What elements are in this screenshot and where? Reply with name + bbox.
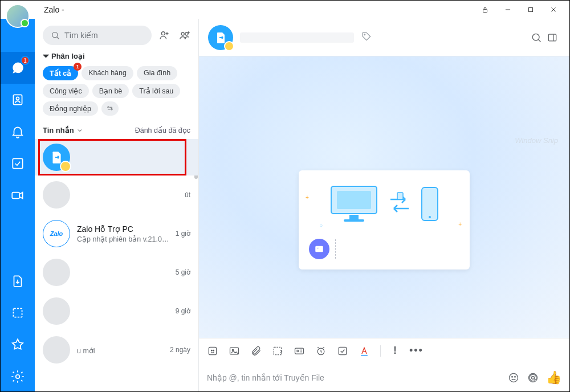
svg-point-59 [532,377,535,379]
conversation-time: 2 ngày [170,346,190,354]
nav-contacts[interactable] [1,84,35,116]
category-toggle[interactable]: Phân loại [43,52,190,60]
conversation-list: út Zalo Zalo Hỗ Trợ PC Cập nhật phiên bả… [35,139,198,392]
svg-rect-0 [483,9,487,12]
reminder-button[interactable] [315,345,327,357]
conversation-item-file-transfer[interactable] [35,139,198,175]
svg-point-43 [211,350,213,351]
nav-notifications[interactable] [1,116,35,148]
task-button[interactable] [337,345,348,357]
search-placeholder: Tìm kiếm [64,31,98,40]
conversation-item[interactable]: 9 giờ [35,292,198,330]
svg-point-55 [510,374,518,382]
svg-rect-53 [339,347,346,354]
image-button[interactable] [229,345,240,357]
svg-point-44 [213,350,214,351]
mark-all-read[interactable]: Đánh dấu đã đọc [135,126,190,134]
compose-row: 👍 [199,363,569,392]
chat-sidebar-button[interactable] [544,30,560,46]
emoji-button[interactable] [504,368,523,387]
search-icon [51,31,60,40]
sticker-button[interactable] [207,345,218,357]
format-button[interactable] [359,345,370,357]
add-friend-button[interactable] [156,27,172,43]
svg-rect-48 [295,348,304,354]
maximize-button[interactable] [519,1,542,19]
chat-search-button[interactable] [528,30,544,46]
conversation-item-zalo-support[interactable]: Zalo Zalo Hỗ Trợ PC Cập nhật phiên bản v… [35,214,198,253]
chip-work[interactable]: Công việc [43,84,89,98]
chip-friends[interactable]: Bạn bè [92,84,129,98]
messages-filter[interactable]: Tin nhắn [43,126,83,134]
window-title: Zalo - [44,5,64,14]
nav-messages[interactable]: 1 [1,52,35,84]
conversation-time: 5 giờ [176,268,190,276]
nav-settings[interactable] [1,361,35,392]
conversation-subtitle: Cập nhật phiên bản v.21.03.03... [77,235,172,243]
svg-point-25 [111,109,112,110]
nav-cloud-file[interactable] [1,265,35,297]
svg-rect-31 [548,34,556,41]
contact-card-button[interactable] [294,345,305,357]
message-input[interactable] [207,363,504,392]
tag-button[interactable] [361,31,372,44]
create-group-button[interactable] [177,27,193,43]
chip-settings[interactable] [101,101,119,116]
svg-point-14 [52,32,58,38]
nav-video[interactable] [1,179,35,211]
nav-todo[interactable] [1,148,35,179]
svg-line-30 [538,39,540,42]
chip-family[interactable]: Gia đình [137,66,177,80]
chat-body: Window Snip + ○ + [199,56,569,338]
svg-point-56 [512,377,513,378]
screenshot-compose-button[interactable] [272,345,283,357]
svg-rect-35 [349,215,359,219]
chevron-down-icon [43,53,49,59]
svg-point-19 [181,32,184,35]
conversation-item[interactable]: 5 giờ [35,253,198,292]
more-toolbar-button[interactable]: ••• [409,345,424,357]
nav-rail: 1 [1,19,35,392]
nav-star[interactable] [1,329,35,361]
image-icon [309,239,329,259]
titlebar: Zalo - [1,1,569,19]
conversation-panel: Tìm kiếm Phân loại Tất cả 1 Khách hàng G… [35,19,199,392]
avatar-placeholder [43,336,70,364]
attach-button[interactable] [250,345,262,357]
nav-screenshot[interactable] [1,297,35,329]
priority-button[interactable]: ! [391,345,399,357]
svg-rect-36 [344,219,364,222]
conversation-subtitle: u mới [77,346,166,355]
mention-button[interactable] [523,368,543,387]
chip-customer[interactable]: Khách hàng [82,66,133,80]
chip-reply-later[interactable]: Trả lời sau [132,84,180,98]
conversation-title: Zalo Hỗ Trợ PC [77,224,172,234]
avatar-placeholder [43,297,70,325]
svg-point-28 [364,34,365,35]
conversation-time: 9 giờ [176,307,190,315]
svg-rect-12 [13,308,22,317]
svg-point-6 [17,67,18,68]
category-label: Phân loại [51,52,85,60]
zalo-avatar: Zalo [43,220,70,247]
svg-point-57 [515,377,516,378]
svg-point-9 [17,97,19,100]
lock-icon[interactable] [474,1,496,19]
conversation-item[interactable]: u mới 2 ngày [35,330,198,369]
like-button[interactable]: 👍 [546,370,561,385]
chat-avatar[interactable] [208,25,233,50]
messages-badge: 1 [21,56,30,65]
close-button[interactable] [542,1,565,19]
conversation-item[interactable]: út [35,175,198,214]
welcome-card: + ○ + [299,170,470,270]
svg-point-39 [429,216,431,218]
chip-colleague[interactable]: Đồng nghiệp [43,101,98,116]
toolbar-divider [380,345,381,357]
svg-point-23 [108,107,109,108]
search-input[interactable]: Tìm kiếm [43,26,152,45]
minimize-button[interactable] [496,1,519,19]
svg-point-29 [532,34,539,40]
chip-all[interactable]: Tất cả 1 [43,66,78,80]
svg-point-49 [297,350,299,352]
avatar[interactable] [6,4,30,28]
